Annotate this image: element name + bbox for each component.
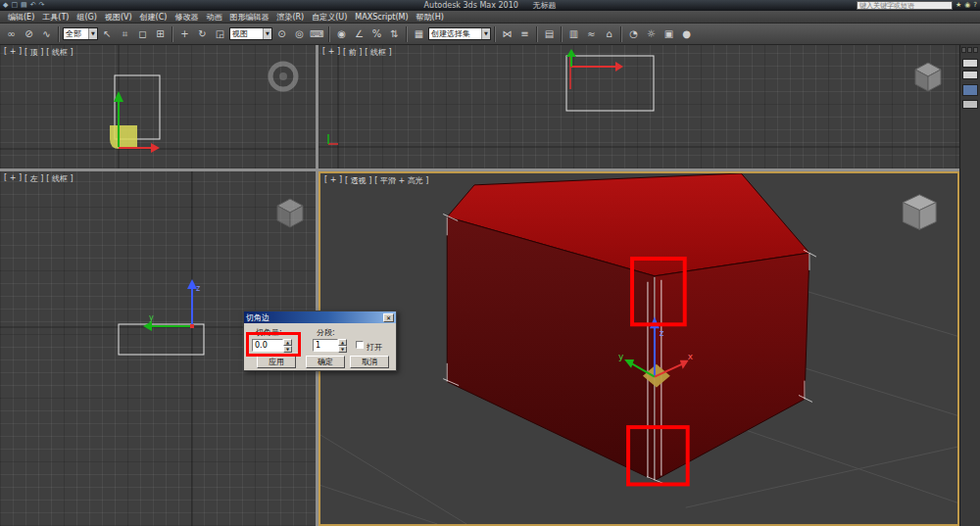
communication-center-icon[interactable]: ◉ xyxy=(964,1,970,10)
viewport-menu-plus[interactable]: [ + ] xyxy=(4,173,22,184)
unlink-selection-icon[interactable]: ⊘ xyxy=(21,25,37,43)
graphite-modeling-tools-icon[interactable]: ▥ xyxy=(565,25,582,43)
align-icon[interactable]: ≡ xyxy=(516,25,533,43)
segments-spinner[interactable]: 1 ▲ ▼ xyxy=(313,339,347,352)
box-wire-left[interactable] xyxy=(119,324,204,355)
viewport-menu-shading[interactable]: [ 线框 ] xyxy=(46,173,73,184)
save-file-icon[interactable]: ▤ xyxy=(21,1,27,10)
open-checkbox[interactable] xyxy=(356,341,364,349)
rectangular-selection-region-icon[interactable]: ◻ xyxy=(134,25,151,43)
panel-field[interactable] xyxy=(962,59,978,68)
viewcube[interactable] xyxy=(277,199,303,227)
infocenter-search-input[interactable] xyxy=(857,1,953,10)
menu-rendering[interactable]: 渲染(R) xyxy=(272,12,308,23)
viewport-menu-name[interactable]: [ 左 ] xyxy=(24,173,43,184)
mirror-icon[interactable]: ⋈ xyxy=(499,25,515,43)
viewport-perspective[interactable]: [ + ] [ 透视 ] [ 平滑 + 高光 ] xyxy=(318,171,959,526)
help-icon[interactable]: ? xyxy=(973,1,977,10)
command-panel-collapsed[interactable] xyxy=(959,45,980,526)
menu-maxscript[interactable]: MAXScript(M) xyxy=(351,13,412,22)
viewport-front[interactable]: [ + ] [ 前 ] [ 线框 ] xyxy=(318,45,959,168)
render-setup-icon[interactable]: ☼ xyxy=(643,25,660,43)
menu-views[interactable]: 视图(V) xyxy=(101,12,136,23)
select-and-scale-icon[interactable]: ◲ xyxy=(212,25,228,43)
command-panel-tab-modify[interactable] xyxy=(967,47,972,53)
snaps-toggle-icon[interactable]: ◉ xyxy=(333,25,350,43)
select-object-icon[interactable]: ↖ xyxy=(99,25,116,43)
material-editor-icon[interactable]: ◔ xyxy=(625,25,642,43)
rendered-frame-window-icon[interactable]: ▣ xyxy=(661,25,677,43)
close-icon[interactable]: ✕ xyxy=(383,313,394,322)
favorites-star-icon[interactable]: ★ xyxy=(956,1,961,10)
viewport-menu-name[interactable]: [ 透视 ] xyxy=(345,175,371,186)
selection-filter-combo[interactable]: 全部 ▼ xyxy=(63,27,98,40)
percent-snap-icon[interactable]: % xyxy=(368,25,385,43)
spinner-snap-icon[interactable]: ⇅ xyxy=(386,25,403,43)
menu-graph-editors[interactable]: 图形编辑器 xyxy=(225,12,272,23)
new-file-icon[interactable]: □ xyxy=(11,1,18,10)
viewport-menu-name[interactable]: [ 前 ] xyxy=(343,47,362,58)
viewcube[interactable] xyxy=(903,195,936,230)
toolbar-separator xyxy=(406,26,408,42)
panel-field[interactable] xyxy=(962,100,978,109)
ok-button[interactable]: 确定 xyxy=(306,356,345,368)
menu-animation[interactable]: 动画 xyxy=(202,12,225,23)
select-and-manipulate-icon[interactable]: ◎ xyxy=(291,25,308,43)
axis-tripod-icon xyxy=(328,134,338,144)
viewport-menu-plus[interactable]: [ + ] xyxy=(4,47,22,58)
menu-customize[interactable]: 自定义(U) xyxy=(308,12,351,23)
menu-modifiers[interactable]: 修改器 xyxy=(171,12,202,23)
select-and-move-icon[interactable]: + xyxy=(176,25,193,43)
segments-field[interactable]: 1 xyxy=(313,339,338,352)
keyboard-shortcut-override-icon[interactable]: ⌨ xyxy=(309,25,325,43)
chevron-down-icon[interactable]: ▼ xyxy=(263,28,271,39)
redo-icon[interactable]: ↷ xyxy=(39,1,45,10)
reference-coordinate-combo[interactable]: 视图 ▼ xyxy=(229,27,272,40)
toolbar-separator xyxy=(536,26,538,42)
menu-edit[interactable]: 编辑(E) xyxy=(4,12,38,23)
window-crossing-icon[interactable]: ⊞ xyxy=(152,25,169,43)
select-and-rotate-icon[interactable]: ↻ xyxy=(194,25,211,43)
chevron-down-icon[interactable]: ▼ xyxy=(88,28,97,39)
select-by-name-icon[interactable]: ⌗ xyxy=(117,25,133,43)
angle-snap-icon[interactable]: ∠ xyxy=(351,25,368,43)
edit-named-selection-sets-icon[interactable]: ▦ xyxy=(411,25,427,43)
document-title: 无标题 xyxy=(532,1,556,10)
manage-layers-icon[interactable]: ▤ xyxy=(541,25,558,43)
bind-to-space-warp-icon[interactable]: ∿ xyxy=(38,25,55,43)
command-panel-tab-create[interactable] xyxy=(961,47,966,53)
app-menu-icon[interactable]: ◆ xyxy=(3,1,8,10)
schematic-view-icon[interactable]: ⌂ xyxy=(601,25,617,43)
box-wire-front[interactable] xyxy=(566,56,654,111)
spinner-down-icon[interactable]: ▼ xyxy=(338,346,347,353)
steering-wheel-icon[interactable] xyxy=(270,64,296,89)
undo-icon[interactable]: ↶ xyxy=(30,1,36,10)
viewport-menu-shading[interactable]: [ 线框 ] xyxy=(46,47,73,58)
chevron-down-icon[interactable]: ▼ xyxy=(481,28,490,39)
viewport-menu-name[interactable]: [ 顶 ] xyxy=(24,47,43,58)
menu-tools[interactable]: 工具(T) xyxy=(38,12,73,23)
menu-create[interactable]: 创建(C) xyxy=(136,12,172,23)
menu-help[interactable]: 帮助(H) xyxy=(413,12,448,23)
menu-group[interactable]: 组(G) xyxy=(73,12,100,23)
viewport-menu-shading[interactable]: [ 线框 ] xyxy=(365,47,391,58)
command-panel-tab-hierarchy[interactable] xyxy=(973,47,978,53)
cancel-button[interactable]: 取消 xyxy=(350,356,389,368)
panel-field[interactable] xyxy=(962,71,978,79)
named-selection-sets-combo[interactable]: 创建选择集 ▼ xyxy=(428,27,491,40)
panel-field-highlighted[interactable] xyxy=(962,84,978,96)
render-production-icon[interactable]: ● xyxy=(678,25,695,43)
viewcube[interactable] xyxy=(915,63,941,91)
move-gizmo[interactable] xyxy=(566,49,623,72)
viewport-menu-shading[interactable]: [ 平滑 + 高光 ] xyxy=(374,175,428,186)
use-pivot-point-center-icon[interactable]: ⊙ xyxy=(273,25,290,43)
curve-editor-icon[interactable]: ≈ xyxy=(583,25,600,43)
viewport-menu-plus[interactable]: [ + ] xyxy=(322,47,340,58)
dialog-titlebar[interactable]: 切角边 ✕ xyxy=(244,311,396,323)
select-and-link-icon[interactable]: ∞ xyxy=(3,25,20,43)
spinner-up-icon[interactable]: ▲ xyxy=(338,339,347,346)
apply-button[interactable]: 应用 xyxy=(257,356,296,368)
move-gizmo[interactable]: z y xyxy=(143,279,200,331)
viewport-top[interactable]: [ + ] [ 顶 ] [ 线框 ] xyxy=(0,45,316,168)
viewport-menu-plus[interactable]: [ + ] xyxy=(324,175,342,186)
